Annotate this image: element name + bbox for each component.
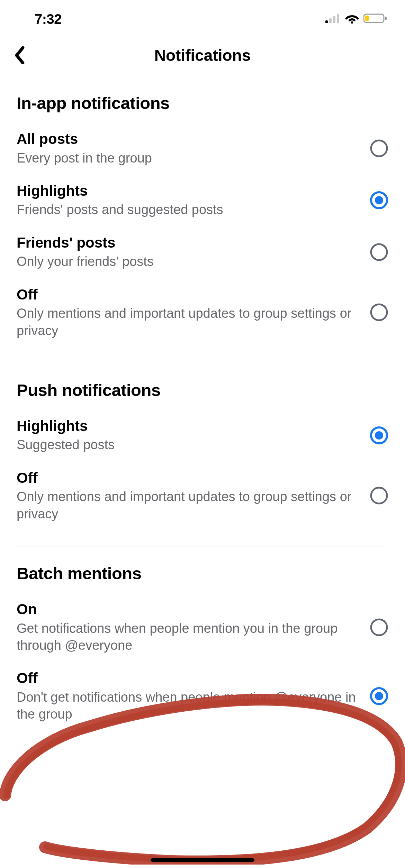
- nav-header: Notifications: [0, 35, 405, 76]
- radio-unselected-icon: [370, 139, 388, 158]
- svg-rect-0: [325, 20, 328, 23]
- battery-icon: [363, 13, 388, 25]
- option-label: Highlights: [17, 417, 361, 435]
- option-desc: Only your friends' posts: [17, 253, 361, 270]
- status-icons: [325, 13, 388, 25]
- back-button[interactable]: [14, 46, 26, 64]
- status-bar: 7:32: [0, 0, 405, 35]
- svg-point-4: [351, 21, 353, 24]
- section-batch-mentions: Batch mentions On Get notifications when…: [17, 546, 388, 731]
- section-inapp: In-app notifications All posts Every pos…: [17, 76, 388, 347]
- option-label: All posts: [17, 130, 361, 148]
- option-desc: Get notifications when people mention yo…: [17, 620, 361, 654]
- cellular-signal-icon: [325, 13, 341, 25]
- svg-point-14: [375, 431, 383, 440]
- radio-unselected-icon: [370, 243, 388, 261]
- section-title-inapp: In-app notifications: [17, 93, 388, 113]
- option-inapp-highlights[interactable]: Highlights Friends' posts and suggested …: [17, 174, 388, 226]
- option-desc: Suggested posts: [17, 436, 361, 453]
- option-desc: Friends' posts and suggested posts: [17, 201, 361, 218]
- radio-selected-icon: [370, 426, 388, 445]
- option-label: On: [17, 600, 361, 619]
- svg-rect-2: [333, 16, 335, 23]
- section-push: Push notifications Highlights Suggested …: [17, 363, 388, 530]
- svg-point-18: [375, 692, 383, 700]
- option-label: Friends' posts: [17, 234, 361, 252]
- option-batch-on[interactable]: On Get notifications when people mention…: [17, 593, 388, 662]
- option-label: Highlights: [17, 182, 361, 200]
- option-push-off[interactable]: Off Only mentions and important updates …: [17, 461, 388, 530]
- option-label: Off: [17, 469, 361, 487]
- chevron-left-icon: [14, 46, 26, 64]
- wifi-icon: [345, 13, 359, 25]
- option-batch-off[interactable]: Off Don't get notifications when people …: [17, 662, 388, 730]
- svg-rect-7: [385, 17, 387, 20]
- svg-rect-3: [337, 14, 339, 23]
- svg-point-12: [371, 304, 387, 320]
- section-title-batch: Batch mentions: [17, 564, 388, 583]
- radio-selected-icon: [370, 191, 388, 210]
- option-desc: Don't get notifications when people ment…: [17, 689, 361, 723]
- page-title: Notifications: [154, 46, 251, 65]
- option-push-highlights[interactable]: Highlights Suggested posts: [17, 409, 388, 461]
- radio-unselected-icon: [370, 303, 388, 322]
- option-inapp-friends-posts[interactable]: Friends' posts Only your friends' posts: [17, 226, 388, 278]
- option-label: Off: [17, 669, 361, 687]
- option-inapp-all-posts[interactable]: All posts Every post in the group: [17, 122, 388, 174]
- section-title-push: Push notifications: [17, 380, 388, 400]
- svg-rect-6: [365, 16, 369, 21]
- svg-point-10: [375, 196, 383, 204]
- home-indicator: [151, 858, 254, 862]
- option-desc: Only mentions and important updates to g…: [17, 488, 361, 523]
- status-time: 7:32: [35, 11, 62, 27]
- svg-point-16: [371, 619, 387, 635]
- option-desc: Every post in the group: [17, 150, 361, 167]
- svg-rect-1: [329, 18, 332, 23]
- svg-point-8: [371, 140, 387, 156]
- svg-point-15: [371, 488, 387, 504]
- svg-point-11: [371, 244, 387, 260]
- radio-unselected-icon: [370, 486, 388, 505]
- radio-unselected-icon: [370, 618, 388, 637]
- radio-selected-icon: [370, 687, 388, 705]
- option-inapp-off[interactable]: Off Only mentions and important updates …: [17, 278, 388, 347]
- content: In-app notifications All posts Every pos…: [0, 76, 405, 731]
- option-desc: Only mentions and important updates to g…: [17, 305, 361, 339]
- option-label: Off: [17, 286, 361, 304]
